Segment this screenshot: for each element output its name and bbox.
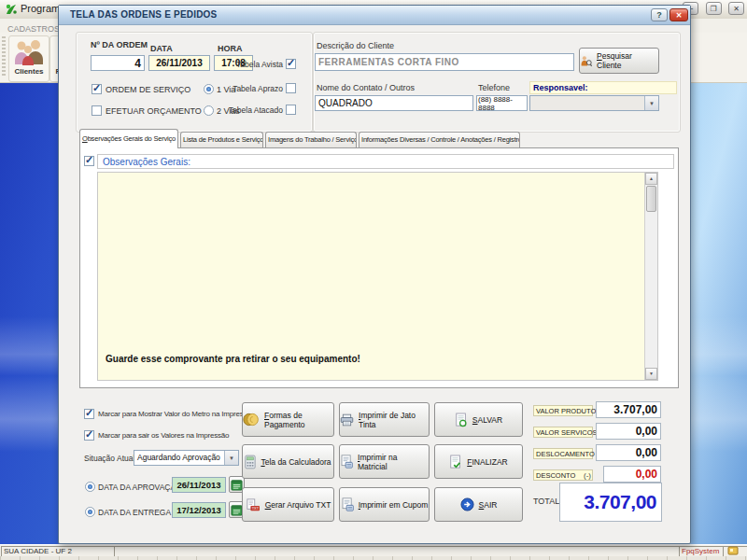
imprimir-jato-label: Imprimir de Jato Tinta [359,411,429,429]
desconto-value: 0,00 [603,466,661,483]
sair-valores-checkbox[interactable] [84,430,94,441]
imprimir-jato-button[interactable]: Imprimir de Jato Tinta [339,402,430,437]
close-icon[interactable] [669,8,688,21]
tab-imagens[interactable]: Imagens do Trabalho / Serviço -> [265,132,357,147]
mostrar-valor-metro-label: Marcar para Mostrar Valor do Metro na Im… [98,410,255,418]
observacoes-textarea[interactable]: Guarde esse comprovante pra retirar o se… [97,172,658,381]
efetuar-orcamento-label: EFETUAR ORÇAMENTO [106,106,202,116]
tela-calculadora-label: Tela da Calculadora [261,457,331,467]
tab-observacoes[interactable]: Observações Gerais do Serviço -> [79,129,178,148]
vertical-scrollbar[interactable]: ▲ ▼ [644,173,657,380]
check-page-icon [449,455,462,469]
tab-label: Informações Diversas / Controle / Anotaç… [361,135,520,144]
time-label: HORA [218,44,243,53]
deslocamento-label: DESLOCAMENTO [533,448,593,459]
data-aprovacao-field[interactable]: 26/11/2013 [172,477,226,493]
document-printer-icon [341,497,354,511]
formas-pagamento-button[interactable]: Formas de Pagamento [242,402,334,437]
tabela-avista-label: Tabela Avista [225,60,283,69]
mostrar-valor-metro-checkbox[interactable] [84,409,94,419]
date-label: DATA [150,44,173,53]
sair-label: SAIR [479,500,498,510]
tab-label: Imagens do Trabalho / Serviço -> [268,135,357,144]
fpqsystem-icon [727,546,739,555]
total-value: 3.707,00 [559,483,662,522]
clients-people-icon [13,38,45,66]
tab-lista-produtos[interactable]: Lista de Produtos e Serviços -> [180,132,263,147]
order-number-field[interactable]: 4 [91,55,145,71]
via2-radio[interactable] [204,105,214,116]
scrollbar-thumb[interactable] [646,186,656,212]
salvar-button[interactable]: SALVAR [434,402,523,437]
close-icon[interactable] [728,2,744,15]
data-aprovacao-label: DATA DA APROVAÇÃO [98,483,182,492]
responsavel-label: Responsavel: [529,81,677,94]
situacao-combobox[interactable]: Aguardando Aprovação [134,450,239,466]
txt-file-icon: TXT [246,498,261,511]
tela-calculadora-button[interactable]: Tela da Calculadora [242,444,334,479]
toolbar-label: Clientes [9,67,49,76]
restore-icon[interactable] [706,2,722,15]
tab-label: Lista de Produtos e Serviços -> [183,135,263,144]
situacao-value: Aguardando Aprovação [137,453,220,462]
tabela-aprazo-checkbox[interactable] [286,83,296,93]
responsavel-combobox[interactable] [529,95,659,111]
printer-icon [340,413,354,427]
imprimir-matricial-label: Imprimir na Matricial [358,453,429,471]
tab-informacoes[interactable]: Informações Diversas / Controle / Anotaç… [359,132,520,147]
chevron-down-icon[interactable] [224,451,238,465]
phone-field[interactable]: (88) 8888-8888 [476,95,528,111]
screen: Programa OS CADASTROS AG Clientes F [0,0,747,560]
scroll-up-icon[interactable]: ▲ [645,173,657,185]
valor-servicos-label: VALOR SERVICOS [533,427,593,438]
dialog-titlebar[interactable]: TELA DAS ORDENS E PEDIDOS [59,6,690,25]
svg-text:TXT: TXT [251,505,259,510]
observacoes-label: Observações Gerais: [103,157,190,167]
chevron-down-icon[interactable] [644,96,658,110]
phone-label: Telefone [478,83,510,92]
contact-name-field[interactable]: QUADRADO [315,95,473,111]
tabela-atacado-label: Tabela Atacado [225,105,283,115]
pesquisar-cliente-button[interactable]: Pesquisar Cliente [579,48,659,74]
pesquisar-cliente-label: Pesquisar Cliente [597,51,658,70]
valor-produtos-label: VALOR PRODUTOS [533,405,593,416]
gerar-txt-label: Gerar Arquivo TXT [265,500,331,510]
gerar-txt-button[interactable]: TXT Gerar Arquivo TXT [242,487,334,522]
observacoes-header: Observações Gerais: [97,154,674,169]
via1-radio[interactable] [204,84,214,94]
formas-pagamento-label: Formas de Pagamento [264,411,333,429]
finalizar-button[interactable]: FINALIZAR [434,444,523,479]
calculator-icon [245,455,256,469]
sair-button[interactable]: SAIR [434,487,523,522]
desconto-minus-sign: (-) [584,471,591,480]
scroll-down-icon[interactable]: ▼ [645,368,657,380]
date-field[interactable]: 26/11/2013 [148,55,210,71]
search-person-icon [580,55,592,67]
data-entrega-radio[interactable] [85,507,95,517]
data-aprovacao-radio[interactable] [85,482,95,492]
imprimir-matricial-button[interactable]: Imprimir na Matricial [339,444,430,479]
imprimir-cupom-button[interactable]: Imprimir em Cupom [339,487,430,522]
save-page-icon [455,413,468,427]
deslocamento-value: 0,00 [596,444,661,461]
app-icon [5,3,18,16]
data-entrega-field[interactable]: 17/12/2013 [172,502,226,518]
observacoes-note: Guarde esse comprovante pra retirar o se… [106,354,360,364]
client-description-field[interactable]: FERRAMENTAS CORTA FINO [315,53,574,71]
ordem-servico-checkbox[interactable] [92,84,102,94]
tab-label: Observações Gerais do Serviço -> [82,130,178,147]
exit-arrow-icon [460,497,474,511]
imprimir-cupom-label: Imprimir em Cupom [359,500,429,510]
order-number-label: Nº DA ORDEM [91,40,148,49]
efetuar-orcamento-checkbox[interactable] [92,105,102,116]
finalizar-label: FINALIZAR [467,457,507,467]
tabela-avista-checkbox[interactable] [286,59,296,69]
document-printer-icon [340,455,353,469]
main-window-controls [683,2,747,16]
bottom-panel-strip [0,556,747,560]
tabela-atacado-checkbox[interactable] [286,105,296,115]
toolbar-button-clientes[interactable]: Clientes [8,35,49,82]
observacoes-checkbox[interactable] [84,156,94,166]
ordem-servico-label: ORDEM DE SERVIÇO [106,85,190,94]
help-icon[interactable] [651,8,668,21]
